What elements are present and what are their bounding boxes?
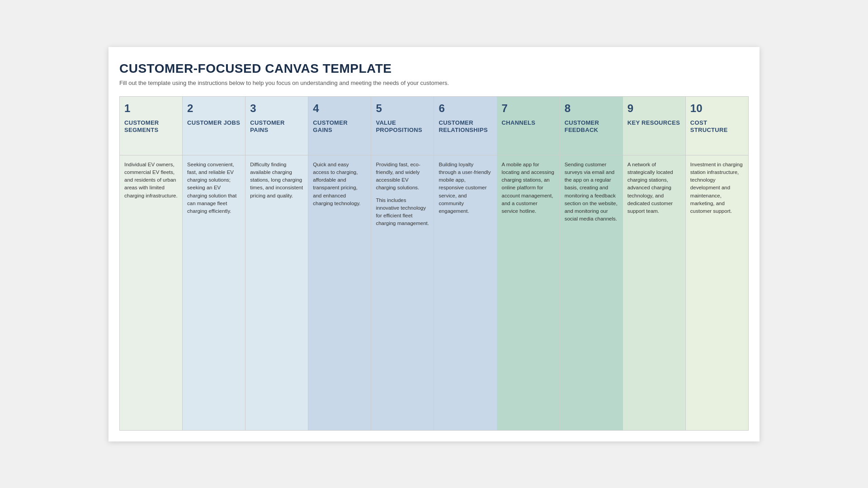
col-title-6: CUSTOMER RELATIONSHIPS <box>439 119 492 135</box>
col-title-1: CUSTOMER SEGMENTS <box>124 119 178 135</box>
col-title-10: COST STRUCTURE <box>690 119 744 135</box>
canvas-grid: 1CUSTOMER SEGMENTSIndividual EV owners, … <box>119 96 749 431</box>
col-body-10: Investment in charging station infrastru… <box>686 155 748 430</box>
canvas-col-3: 3CUSTOMER PAINSDifficulty finding availa… <box>245 97 308 430</box>
col-number-3: 3 <box>250 102 303 115</box>
col-header-5: 5VALUE PROPOSITIONS <box>371 97 434 155</box>
canvas-col-7: 7CHANNELSA mobile app for locating and a… <box>497 97 560 430</box>
col-number-9: 9 <box>627 102 681 115</box>
col-title-4: CUSTOMER GAINS <box>313 119 366 135</box>
canvas-col-4: 4CUSTOMER GAINSQuick and easy access to … <box>308 97 371 430</box>
col-header-6: 6CUSTOMER RELATIONSHIPS <box>434 97 496 155</box>
canvas-col-8: 8CUSTOMER FEEDBACKSending customer surve… <box>560 97 623 430</box>
col-number-10: 10 <box>690 102 744 115</box>
col-title-5: VALUE PROPOSITIONS <box>376 119 429 135</box>
col-header-4: 4CUSTOMER GAINS <box>308 97 371 155</box>
col-header-9: 9KEY RESOURCES <box>623 97 685 155</box>
canvas-col-2: 2CUSTOMER JOBSSeeking convenient, fast, … <box>183 97 245 430</box>
col-header-8: 8CUSTOMER FEEDBACK <box>560 97 623 155</box>
col-body-8: Sending customer surveys via email and t… <box>560 155 623 430</box>
col-header-1: 1CUSTOMER SEGMENTS <box>120 97 182 155</box>
col-header-3: 3CUSTOMER PAINS <box>245 97 308 155</box>
col-number-1: 1 <box>124 102 178 115</box>
col-number-2: 2 <box>187 102 241 115</box>
col-body-2: Seeking convenient, fast, and reliable E… <box>183 155 245 430</box>
slide-title: CUSTOMER-FOCUSED CANVAS TEMPLATE <box>119 61 749 76</box>
col-header-2: 2CUSTOMER JOBS <box>183 97 245 155</box>
col-body-6: Building loyalty through a user-friendly… <box>434 155 496 430</box>
col-number-7: 7 <box>502 102 555 115</box>
canvas-col-1: 1CUSTOMER SEGMENTSIndividual EV owners, … <box>120 97 183 430</box>
col-header-7: 7CHANNELS <box>497 97 560 155</box>
col-body-3: Difficulty finding available charging st… <box>245 155 308 430</box>
col-body-9: A network of strategically located charg… <box>623 155 685 430</box>
canvas-col-10: 10COST STRUCTUREInvestment in charging s… <box>686 97 748 430</box>
col-number-4: 4 <box>313 102 366 115</box>
col-number-8: 8 <box>565 102 618 115</box>
col-body-7: A mobile app for locating and accessing … <box>497 155 560 430</box>
col-title-2: CUSTOMER JOBS <box>187 119 241 127</box>
col-body-4: Quick and easy access to charging, affor… <box>308 155 371 430</box>
col-number-6: 6 <box>439 102 492 115</box>
canvas-col-6: 6CUSTOMER RELATIONSHIPSBuilding loyalty … <box>434 97 497 430</box>
col-title-3: CUSTOMER PAINS <box>250 119 303 135</box>
col-header-10: 10COST STRUCTURE <box>686 97 748 155</box>
col-title-7: CHANNELS <box>502 119 555 127</box>
col-title-9: KEY RESOURCES <box>627 119 681 127</box>
canvas-col-9: 9KEY RESOURCESA network of strategically… <box>623 97 686 430</box>
col-number-5: 5 <box>376 102 429 115</box>
col-body-5: Providing fast, eco-friendly, and widely… <box>371 155 434 430</box>
slide-subtitle: Fill out the template using the instruct… <box>119 80 749 86</box>
col-title-8: CUSTOMER FEEDBACK <box>565 119 618 135</box>
slide: CUSTOMER-FOCUSED CANVAS TEMPLATE Fill ou… <box>108 47 760 441</box>
canvas-col-5: 5VALUE PROPOSITIONSProviding fast, eco-f… <box>371 97 434 430</box>
col-body-1: Individual EV owners, commercial EV flee… <box>120 155 182 430</box>
